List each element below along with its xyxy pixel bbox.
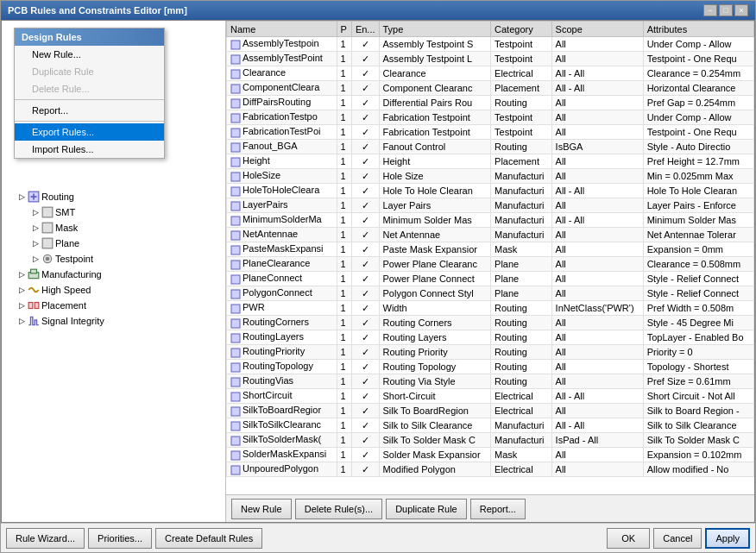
- table-row[interactable]: FabricationTestpo1✓Fabrication Testpoint…: [227, 110, 754, 125]
- tree-label-mask: Mask: [55, 223, 78, 233]
- table-row[interactable]: NetAntennae1✓Net AntennaeManufacturiAllN…: [227, 228, 754, 242]
- table-row[interactable]: MinimumSolderMa1✓Minimum Solder MasManuf…: [227, 213, 754, 228]
- cell-category: Manufacturi: [491, 213, 552, 228]
- cell-scope: All: [551, 110, 643, 125]
- duplicate-rule-button[interactable]: Duplicate Rule: [386, 499, 467, 519]
- cell-type: Routing Priority: [379, 345, 491, 360]
- right-panel: Name P En... Type Category Scope Attribu…: [226, 21, 754, 522]
- svg-rect-7: [31, 269, 37, 273]
- table-row[interactable]: HoleSize1✓Hole SizeManufacturiAllMin = 0…: [227, 169, 754, 184]
- table-row[interactable]: RoutingVias1✓Routing Via StyleRoutingAll…: [227, 374, 754, 389]
- tree-label-highspeed: High Speed: [41, 285, 91, 295]
- table-row[interactable]: DiffPairsRouting1✓Differential Pairs Rou…: [227, 96, 754, 110]
- table-row[interactable]: AssemblyTestPoint1✓Assembly Testpoint LT…: [227, 52, 754, 66]
- tree-item-routing[interactable]: ▷ Routing: [2, 189, 225, 204]
- table-row[interactable]: FabricationTestPoi1✓Fabrication Testpoin…: [227, 125, 754, 140]
- tree-label-signal-integrity: Signal Integrity: [41, 316, 104, 326]
- menu-item-delete-rule[interactable]: Delete Rule...: [15, 80, 164, 97]
- table-row[interactable]: RoutingCorners1✓Routing CornersRoutingAl…: [227, 316, 754, 330]
- priorities-button[interactable]: Priorities...: [88, 528, 152, 549]
- tree-item-placement[interactable]: ▷ Placement: [2, 298, 225, 313]
- table-row[interactable]: PlaneConnect1✓Power Plane ConnectPlaneAl…: [227, 272, 754, 286]
- tree-item-plane[interactable]: ▷ Plane: [2, 236, 225, 251]
- cell-scope: All: [551, 462, 643, 477]
- rule-wizard-button[interactable]: Rule Wizard...: [6, 528, 85, 549]
- apply-button[interactable]: Apply: [705, 528, 750, 549]
- table-row[interactable]: SolderMaskExpansi1✓Solder Mask Expansior…: [227, 448, 754, 462]
- table-row[interactable]: Clearance1✓ClearanceElectricalAll - AllC…: [227, 66, 754, 81]
- svg-rect-10: [231, 41, 240, 49]
- table-row[interactable]: SilkToSolderMask(1✓Silk To Solder Mask C…: [227, 433, 754, 448]
- menu-item-new-rule[interactable]: New Rule...: [15, 46, 164, 63]
- table-row[interactable]: Fanout_BGA1✓Fanout ControlRoutingIsBGASt…: [227, 140, 754, 154]
- table-row[interactable]: ComponentCleara1✓Component ClearancPlace…: [227, 81, 754, 96]
- table-row[interactable]: PlaneClearance1✓Power Plane ClearancPlan…: [227, 257, 754, 272]
- mask-icon: [41, 222, 54, 234]
- context-menu-header[interactable]: Design Rules: [15, 28, 164, 46]
- cell-scope: All: [551, 125, 643, 140]
- table-row[interactable]: SilkToSilkClearanc1✓Silk to Silk Clearan…: [227, 418, 754, 433]
- delete-rule-button[interactable]: Delete Rule(s)...: [295, 499, 382, 519]
- cell-name: RoutingVias: [227, 374, 337, 389]
- cell-name: Fanout_BGA: [227, 140, 337, 154]
- tree-item-smt[interactable]: ▷ SMT: [2, 204, 225, 220]
- close-button[interactable]: ×: [734, 4, 748, 16]
- cell-enabled: ✓: [351, 433, 379, 448]
- tree-item-testpoint[interactable]: ▷ Testpoint: [2, 251, 225, 267]
- cell-name: PlaneConnect: [227, 272, 337, 286]
- cell-attributes: Min = 0.025mm Max: [643, 169, 753, 184]
- cell-scope: All: [551, 198, 643, 213]
- create-default-rules-button[interactable]: Create Default Rules: [155, 528, 262, 549]
- table-row[interactable]: Height1✓HeightPlacementAllPref Height = …: [227, 154, 754, 169]
- rule-icon: [230, 318, 241, 329]
- new-rule-button[interactable]: New Rule: [231, 499, 292, 519]
- table-row[interactable]: HoleToHoleCleara1✓Hole To Hole ClearanMa…: [227, 184, 754, 198]
- rules-table-container[interactable]: Name P En... Type Category Scope Attribu…: [226, 21, 754, 494]
- table-row[interactable]: UnpouredPolygon1✓Modified PolygonElectri…: [227, 462, 754, 477]
- rule-icon: [230, 436, 241, 446]
- rule-icon: [230, 201, 241, 211]
- rule-icon: [230, 274, 241, 285]
- table-row[interactable]: SilkToBoardRegior1✓Silk To BoardRegionEl…: [227, 404, 754, 418]
- cell-priority: 1: [337, 96, 351, 110]
- menu-item-duplicate-rule[interactable]: Duplicate Rule: [15, 63, 164, 80]
- left-panel: Design Rules New Rule... Duplicate Rule …: [2, 21, 226, 522]
- cell-name: SilkToSolderMask(: [227, 433, 337, 448]
- tree-item-signal-integrity[interactable]: ▷ Signal Integrity: [2, 313, 225, 329]
- cell-priority: 1: [337, 198, 351, 213]
- table-row[interactable]: ShortCircuit1✓Short-CircuitElectricalAll…: [227, 389, 754, 404]
- table-row[interactable]: AssemblyTestpoin1✓Assembly Testpoint STe…: [227, 37, 754, 52]
- maximize-button[interactable]: □: [719, 4, 733, 16]
- tree-item-manufacturing[interactable]: ▷ Manufacturing: [2, 267, 225, 282]
- menu-item-import-rules[interactable]: Import Rules...: [15, 141, 164, 158]
- cell-name: ComponentCleara: [227, 81, 337, 96]
- svg-rect-11: [231, 55, 240, 64]
- table-row[interactable]: RoutingPriority1✓Routing PriorityRouting…: [227, 345, 754, 360]
- table-row[interactable]: RoutingTopology1✓Routing TopologyRouting…: [227, 360, 754, 374]
- table-row[interactable]: PasteMaskExpansi1✓Paste Mask ExpansiorMa…: [227, 242, 754, 257]
- main-window: PCB Rules and Constraints Editor [mm] − …: [0, 0, 756, 553]
- menu-item-export-rules[interactable]: Export Rules...: [15, 123, 164, 141]
- menu-item-report[interactable]: Report...: [15, 102, 164, 119]
- cell-category: Testpoint: [491, 110, 552, 125]
- table-row[interactable]: PolygonConnect1✓Polygon Connect StylPlan…: [227, 286, 754, 301]
- svg-rect-13: [231, 85, 240, 93]
- table-row[interactable]: PWR1✓WidthRoutingInNetClass('PWR')Pref W…: [227, 301, 754, 316]
- cell-name: Clearance: [227, 66, 337, 81]
- tree-item-highspeed[interactable]: ▷ High Speed: [2, 282, 225, 298]
- expand-icon-manufacturing: ▷: [16, 268, 28, 280]
- cell-category: Electrical: [491, 66, 552, 81]
- cancel-button[interactable]: Cancel: [653, 528, 702, 549]
- minimize-button[interactable]: −: [703, 4, 717, 16]
- cell-enabled: ✓: [351, 257, 379, 272]
- ok-button[interactable]: OK: [607, 528, 650, 549]
- table-row[interactable]: RoutingLayers1✓Routing LayersRoutingAllT…: [227, 330, 754, 345]
- cell-scope: All: [551, 272, 643, 286]
- tree-item-mask[interactable]: ▷ Mask: [2, 220, 225, 236]
- report-button[interactable]: Report...: [470, 499, 526, 519]
- table-row[interactable]: LayerPairs1✓Layer PairsManufacturiAllLay…: [227, 198, 754, 213]
- cell-type: Power Plane Connect: [379, 272, 491, 286]
- rule-icon: [230, 172, 241, 182]
- right-action-buttons: OK Cancel Apply: [607, 528, 750, 549]
- cell-enabled: ✓: [351, 330, 379, 345]
